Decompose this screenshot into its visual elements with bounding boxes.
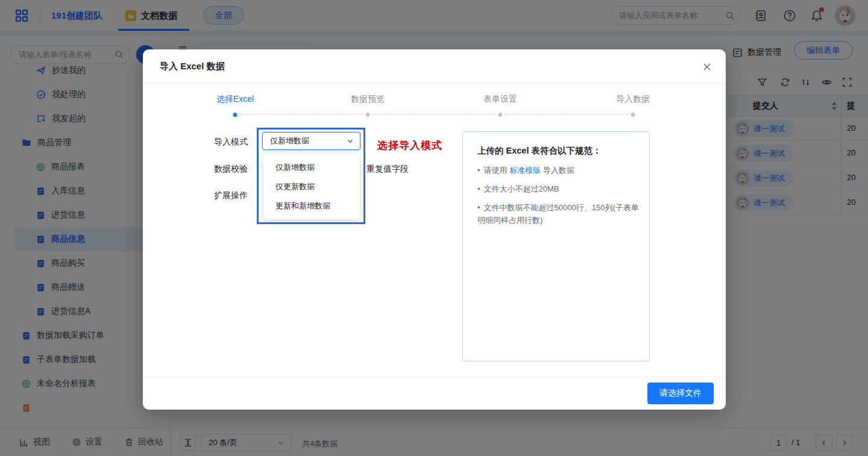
step-connector xyxy=(505,114,629,115)
modal-header-divider xyxy=(143,83,726,83)
option-add-only[interactable]: 仅新增数据 xyxy=(263,158,360,177)
rule-item: •文件中数据不能超过50000行、150列(子表单明细同样占用行数) xyxy=(477,201,639,226)
standard-template-link[interactable]: 标准模版 xyxy=(509,166,541,175)
step-dot xyxy=(366,113,370,117)
close-icon[interactable] xyxy=(700,60,714,73)
annotation-text: 选择导入模式 xyxy=(377,139,442,152)
modal-title: 导入 Excel 数据 xyxy=(160,61,225,72)
import-mode-select[interactable]: 仅新增数据 xyxy=(262,132,360,150)
data-check-partial-text: 重复值字段 xyxy=(366,164,409,175)
option-update-only[interactable]: 仅更新数据 xyxy=(263,177,360,196)
option-update-and-add[interactable]: 更新和新增数据 xyxy=(263,196,360,216)
data-check-label: 数据校验 xyxy=(214,164,248,175)
step-dot xyxy=(631,113,635,117)
rules-title: 上传的 Excel 表符合以下规范： xyxy=(477,145,601,157)
step-connector xyxy=(239,114,363,115)
step-dot xyxy=(233,113,237,117)
step-form-settings: 表单设置 xyxy=(483,94,517,105)
upload-rules-panel: 上传的 Excel 表符合以下规范： •请使用 标准模版 导入数据 •文件大小不… xyxy=(462,131,650,361)
step-dot xyxy=(498,113,503,117)
rule-item: •文件大小不超过20MB xyxy=(477,183,639,195)
import-excel-modal: 导入 Excel 数据 选择Excel 数据预览 表单设置 导入数据 导入模式 … xyxy=(143,49,726,410)
step-select-excel: 选择Excel xyxy=(216,94,254,105)
step-data-preview: 数据预览 xyxy=(351,94,385,105)
import-mode-dropdown: 仅新增数据 仅更新数据 更新和新增数据 xyxy=(263,154,360,219)
step-connector xyxy=(372,114,496,115)
import-mode-label: 导入模式 xyxy=(214,137,248,148)
extend-ops-label: 扩展操作 xyxy=(214,190,248,201)
chevron-down-icon xyxy=(347,137,354,145)
rule-item: •请使用 标准模版 导入数据 xyxy=(477,164,639,176)
select-file-button[interactable]: 请选择文件 xyxy=(647,383,714,404)
modal-footer: 请选择文件 xyxy=(143,376,726,410)
step-import-data: 导入数据 xyxy=(616,94,650,105)
